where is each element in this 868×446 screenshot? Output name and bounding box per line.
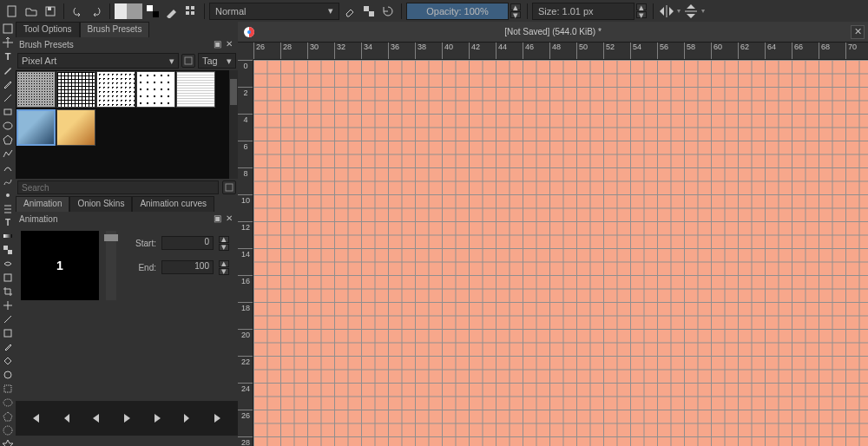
tab-brush-presets[interactable]: Brush Presets	[80, 22, 150, 37]
preset-thumb[interactable]	[56, 109, 95, 146]
edit-shape-tool[interactable]: T	[1, 218, 15, 227]
ellipse-tool[interactable]	[1, 121, 15, 131]
close-icon[interactable]: ✕	[224, 39, 234, 49]
tab-animation-curves[interactable]: Animation curves	[132, 196, 214, 212]
preset-scrollbar[interactable]	[229, 70, 238, 179]
preset-category-dropdown[interactable]: Pixel Art ▾	[17, 53, 179, 69]
brush-tool[interactable]	[1, 65, 15, 75]
crop-tool[interactable]	[1, 286, 15, 297]
select-path-tool[interactable]	[1, 425, 15, 436]
start-input[interactable]: 0	[161, 236, 214, 250]
tab-onion-skins[interactable]: Onion Skins	[69, 196, 132, 212]
horizontal-ruler[interactable]: 2628303234363840424446485052545658606264…	[253, 43, 868, 60]
mirror-h-button[interactable]	[658, 3, 675, 20]
swap-colors-button[interactable]	[144, 3, 161, 20]
preset-category-label: Pixel Art	[22, 56, 56, 66]
polygon-tool[interactable]	[1, 134, 15, 145]
lock-icon[interactable]: ▣	[212, 213, 222, 224]
dyna-tool[interactable]	[1, 190, 15, 200]
preset-thumb[interactable]	[16, 109, 56, 146]
lock-icon[interactable]: ▣	[212, 39, 222, 49]
new-doc-button[interactable]	[3, 3, 21, 20]
next-frame-button[interactable]	[144, 405, 170, 431]
picker-tool[interactable]	[1, 342, 15, 352]
bg-color-swatch[interactable]	[127, 3, 142, 19]
close-icon[interactable]: ✕	[224, 213, 234, 224]
save-preset-button[interactable]	[222, 180, 236, 194]
search-input[interactable]	[17, 180, 219, 194]
eraser-toggle[interactable]	[341, 3, 358, 20]
alpha-lock-toggle[interactable]	[360, 3, 378, 20]
first-frame-button[interactable]	[22, 405, 48, 431]
krita-icon	[243, 26, 255, 38]
preset-thumb[interactable]	[16, 71, 56, 108]
svg-rect-2	[48, 7, 51, 10]
svg-rect-33	[226, 184, 233, 191]
size-slider[interactable]: Size: 1.01 px	[532, 3, 635, 20]
tab-tool-options[interactable]: Tool Options	[16, 22, 80, 37]
bezier-tool[interactable]	[1, 162, 15, 173]
blend-mode-dropdown[interactable]: Normal ▾	[209, 3, 339, 20]
preset-thumb[interactable]	[96, 71, 135, 108]
prev-frame-button[interactable]	[83, 405, 109, 431]
ref-tool[interactable]	[1, 328, 15, 338]
next-keyframe-button[interactable]	[175, 405, 201, 431]
fill-tool[interactable]	[1, 356, 15, 366]
tag-dropdown[interactable]: Tag▾	[198, 53, 236, 69]
svg-point-17	[6, 193, 10, 197]
brush-settings-button[interactable]	[163, 3, 181, 20]
vertical-ruler[interactable]: 0246810121416182022242628	[238, 60, 253, 446]
color-swatches[interactable]	[115, 3, 142, 19]
freehand-path-tool[interactable]	[1, 176, 15, 187]
end-input[interactable]: 100	[161, 260, 214, 274]
line-tool[interactable]	[1, 93, 15, 103]
preset-thumb[interactable]	[136, 71, 175, 108]
assistant-tool[interactable]	[1, 370, 15, 380]
canvas[interactable]	[253, 60, 868, 446]
select-poly-tool[interactable]	[1, 411, 15, 422]
svg-rect-0	[8, 6, 16, 16]
deform-tool[interactable]	[1, 259, 15, 269]
start-spinner[interactable]: ▴▾	[219, 234, 231, 252]
brush-preset-button[interactable]	[182, 3, 200, 20]
svg-rect-23	[8, 250, 12, 254]
save-doc-button[interactable]	[42, 3, 59, 20]
frame-slider[interactable]	[106, 231, 116, 300]
smart-fill-tool[interactable]	[1, 272, 15, 283]
reload-preset-button[interactable]	[379, 3, 397, 20]
transform-tool[interactable]	[1, 23, 15, 34]
document-title: [Not Saved] (544.0 KiB) *	[504, 27, 602, 36]
svg-rect-21	[3, 234, 12, 238]
polyline-tool[interactable]	[1, 148, 15, 159]
play-button[interactable]	[114, 405, 140, 431]
select-rect-tool[interactable]	[1, 384, 15, 394]
end-spinner[interactable]: ▴▾	[219, 259, 231, 276]
measure-tool[interactable]	[1, 314, 15, 325]
undo-button[interactable]	[69, 3, 86, 20]
move-tool[interactable]	[1, 37, 15, 48]
view-mode-button[interactable]	[181, 54, 195, 68]
chevron-down-icon: ▾	[328, 5, 333, 16]
select-contig-tool[interactable]	[1, 439, 15, 446]
multi-tool[interactable]	[1, 204, 15, 214]
preset-thumb[interactable]	[176, 71, 215, 108]
tab-animation[interactable]: Animation	[16, 196, 69, 212]
close-doc-button[interactable]: ✕	[851, 25, 865, 39]
pencil-tool[interactable]	[1, 79, 15, 89]
playback-controls	[16, 401, 238, 436]
redo-button[interactable]	[88, 3, 105, 20]
mirror-v-button[interactable]	[682, 3, 700, 20]
open-doc-button[interactable]	[23, 3, 40, 20]
last-frame-button[interactable]	[206, 405, 232, 431]
select-free-tool[interactable]	[1, 397, 15, 408]
preset-thumb[interactable]	[56, 71, 95, 108]
size-spinner[interactable]: ▴▾	[636, 3, 648, 20]
gradient-tool[interactable]	[1, 231, 15, 241]
text-tool[interactable]: T	[1, 51, 15, 62]
assist-tool[interactable]	[1, 300, 15, 311]
opacity-spinner[interactable]: ▴▾	[510, 3, 523, 20]
pattern-tool[interactable]	[1, 245, 15, 255]
rect-tool[interactable]	[1, 107, 15, 117]
prev-keyframe-button[interactable]	[52, 405, 78, 431]
opacity-slider[interactable]: Opacity: 100%	[406, 3, 509, 20]
